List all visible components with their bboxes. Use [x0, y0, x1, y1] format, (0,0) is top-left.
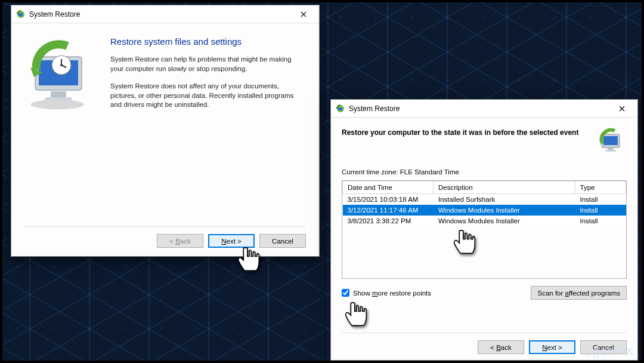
restore-point-row[interactable]: 3/15/2021 10:03:18 AMInstalled Surfshark… — [343, 194, 626, 205]
restore-illustration-small — [597, 127, 627, 156]
column-header-datetime[interactable]: Date and Time — [343, 182, 434, 194]
svg-rect-6 — [45, 97, 72, 101]
restore-point-row[interactable]: 3/12/2021 11:17:46 AMWindows Modules Ins… — [343, 205, 626, 216]
show-more-checkbox-input[interactable] — [342, 289, 349, 297]
cell-datetime: 3/12/2021 11:17:46 AM — [343, 205, 434, 216]
intro-paragraph-2: System Restore does not affect any of yo… — [110, 82, 306, 110]
system-restore-select-dialog: System Restore Restore your computer to … — [330, 99, 638, 361]
svg-rect-13 — [608, 147, 614, 150]
svg-rect-12 — [603, 136, 618, 145]
svg-rect-10 — [338, 107, 342, 110]
close-icon — [619, 106, 625, 112]
timezone-label: Current time zone: FLE Standard Time — [342, 168, 627, 176]
svg-point-8 — [60, 64, 63, 66]
watermark: ugetFIX — [584, 344, 634, 359]
next-button[interactable]: Next > — [208, 234, 255, 248]
intro-paragraph-1: System Restore can help fix problems tha… — [110, 55, 306, 73]
cell-type: Install — [575, 205, 626, 216]
system-restore-icon — [16, 10, 26, 19]
cell-type: Install — [575, 216, 626, 226]
close-icon — [301, 11, 306, 17]
show-more-checkbox[interactable]: Show more restore points — [342, 289, 431, 297]
cell-description: Windows Modules Installer — [434, 216, 575, 226]
scan-affected-button[interactable]: Scan for affected programs — [531, 286, 627, 300]
titlebar[interactable]: System Restore — [11, 5, 319, 23]
restore-point-row[interactable]: 3/8/2021 3:38:22 PMWindows Modules Insta… — [343, 216, 626, 226]
next-button[interactable]: Next > — [529, 340, 575, 354]
back-button[interactable]: < Back — [478, 340, 524, 354]
titlebar[interactable]: System Restore — [331, 100, 637, 118]
cell-type: Install — [575, 194, 626, 205]
dialog-heading: Restore your computer to the state it wa… — [342, 127, 590, 137]
cell-description: Installed Surfshark — [434, 194, 575, 205]
dialog-heading: Restore system files and settings — [110, 36, 306, 47]
restore-points-table: Date and Time Description Type 3/15/2021… — [342, 180, 627, 279]
dialog-title: System Restore — [349, 104, 610, 113]
back-button: < Back — [157, 234, 203, 248]
dialog-title: System Restore — [29, 10, 292, 19]
close-button[interactable] — [610, 101, 634, 116]
cell-datetime: 3/8/2021 3:38:22 PM — [343, 216, 434, 226]
column-header-description[interactable]: Description — [434, 182, 575, 194]
cell-datetime: 3/15/2021 10:03:18 AM — [343, 194, 434, 205]
system-restore-icon — [336, 104, 345, 113]
cancel-button[interactable]: Cancel — [259, 234, 306, 248]
system-restore-intro-dialog: System Restore — [11, 5, 320, 257]
close-button[interactable] — [292, 7, 315, 22]
svg-rect-14 — [605, 150, 616, 152]
restore-illustration — [24, 34, 102, 222]
column-header-type[interactable]: Type — [575, 182, 626, 194]
cell-description: Windows Modules Installer — [434, 205, 575, 216]
svg-point-2 — [30, 100, 84, 109]
button-row: < Back Next > Cancel — [24, 226, 306, 248]
svg-rect-1 — [18, 13, 23, 16]
svg-rect-5 — [51, 91, 66, 97]
